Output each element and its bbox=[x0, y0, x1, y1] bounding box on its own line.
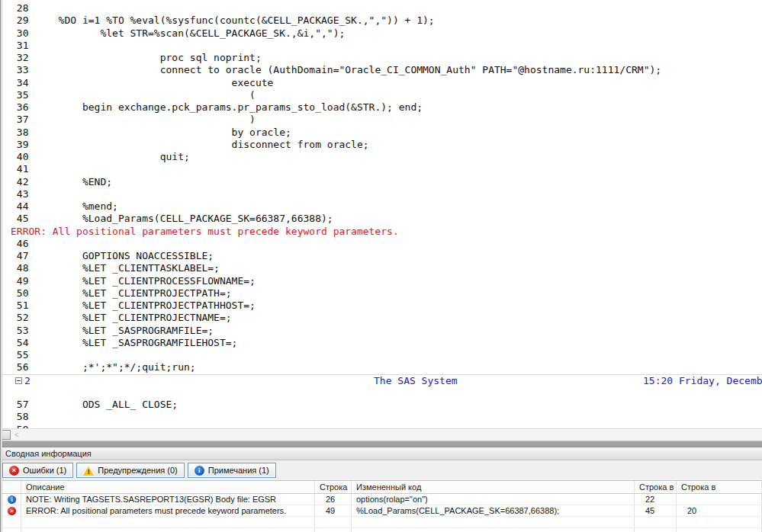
table-cell: 26 bbox=[315, 494, 352, 505]
table-cell-empty bbox=[635, 517, 677, 527]
log-viewer[interactable]: 28 29 %DO i=1 %TO %eval(%sysfunc(countc(… bbox=[0, 0, 762, 428]
summary-tab-info[interactable]: iПримечания (1) bbox=[188, 463, 276, 478]
info-icon: i bbox=[195, 466, 204, 476]
grid-header-cell[interactable]: Строка bbox=[315, 481, 352, 493]
error-icon: × bbox=[7, 506, 15, 514]
summary-tabs: ×Ошибки (1)Предупреждения (0)iПримечания… bbox=[0, 460, 762, 480]
log-line: 53 %LET _SASPROGRAMFILE=; bbox=[0, 325, 762, 337]
log-line: 55 bbox=[0, 349, 762, 361]
table-cell: 45 bbox=[635, 505, 677, 516]
info-icon: i bbox=[7, 495, 15, 503]
log-line: 36 begin exchange.pck_params.pr_params_s… bbox=[0, 101, 762, 114]
log-line: 46 bbox=[0, 238, 762, 250]
log-line: 58 bbox=[0, 411, 762, 423]
log-line: 37 ) bbox=[0, 114, 762, 126]
table-row-empty bbox=[2, 517, 762, 528]
log-line: 49 %LET _CLIENTPROCESSFLOWNAME=; bbox=[0, 275, 762, 287]
log-line: 51 %LET _CLIENTPROJECTPATHHOST=; bbox=[0, 300, 762, 312]
summary-tab-label: Предупреждения (0) bbox=[98, 466, 177, 475]
log-line: 47 GOPTIONS NOACCESSIBLE; bbox=[0, 250, 762, 262]
log-line: 45 %Load_Params(CELL_PACKAGE_SK=66387,66… bbox=[0, 213, 762, 225]
log-line: 31 bbox=[0, 40, 762, 52]
log-line: 57 ODS _ALL_ CLOSE; bbox=[0, 399, 762, 411]
log-line: 42 %END; bbox=[0, 176, 762, 188]
scrollbar-thumb[interactable] bbox=[2, 430, 11, 440]
log-line: 39 disconnect from oracle; bbox=[0, 139, 762, 151]
table-cell bbox=[677, 494, 762, 505]
summary-tab-warning[interactable]: Предупреждения (0) bbox=[76, 463, 184, 478]
scroll-left-icon[interactable]: < bbox=[14, 429, 19, 441]
table-cell: 20 bbox=[677, 505, 762, 516]
left-pane-border bbox=[0, 0, 2, 532]
minus-icon bbox=[17, 380, 21, 381]
grid-header-cell[interactable]: Строка в bbox=[677, 481, 762, 493]
collapse-section-toggle[interactable] bbox=[15, 377, 22, 384]
page-title: The SAS System bbox=[374, 375, 458, 387]
log-line bbox=[0, 386, 762, 399]
table-cell-empty bbox=[677, 517, 762, 527]
log-line: 28 bbox=[0, 2, 762, 14]
table-cell-empty bbox=[352, 517, 635, 527]
grid-header-cell[interactable]: Измененный код bbox=[352, 481, 635, 493]
warning-icon bbox=[83, 466, 94, 476]
log-line: 32 proc sql noprint; bbox=[0, 52, 762, 64]
table-cell: NOTE: Writing TAGSETS.SASREPORT13(EGSR) … bbox=[21, 494, 315, 505]
table-cell-empty bbox=[315, 517, 352, 527]
table-cell-empty bbox=[21, 517, 315, 527]
log-error-line: ERROR: All positional parameters must pr… bbox=[0, 226, 762, 238]
log-line: 38 by oracle; bbox=[0, 127, 762, 139]
error-icon: × bbox=[9, 466, 19, 476]
table-cell-empty bbox=[21, 528, 315, 532]
log-line: 43 bbox=[0, 188, 762, 200]
summary-tab-error[interactable]: ×Ошибки (1) bbox=[2, 463, 73, 478]
log-page-break: 2The SAS System15:20 Friday, December bbox=[0, 374, 762, 386]
table-cell-empty bbox=[315, 528, 352, 532]
page-timestamp: 15:20 Friday, December bbox=[643, 375, 762, 387]
log-line: 30 %let STR=%scan(&CELL_PACKAGE_SK.,&i,"… bbox=[0, 27, 762, 40]
table-cell: options(rolap="on") bbox=[352, 494, 635, 505]
table-cell: %Load_Params(CELL_PACKAGE_SK=66387,66388… bbox=[352, 505, 635, 516]
horizontal-scrollbar[interactable]: < bbox=[0, 428, 762, 441]
grid-header-cell[interactable]: Описание bbox=[21, 481, 315, 493]
summary-panel: Сводная информация ×Ошибки (1)Предупрежд… bbox=[0, 447, 762, 532]
row-status-cell: i bbox=[2, 494, 21, 505]
log-lines: 28 29 %DO i=1 %TO %eval(%sysfunc(countc(… bbox=[0, 0, 762, 428]
summary-panel-title: Сводная информация bbox=[0, 447, 762, 460]
log-line: 56 ;*';*";*/;quit;run; bbox=[0, 361, 762, 373]
log-line: 44 %mend; bbox=[0, 200, 762, 213]
log-line: 50 %LET _CLIENTPROJECTPATH=; bbox=[0, 287, 762, 300]
table-row[interactable]: iNOTE: Writing TAGSETS.SASREPORT13(EGSR)… bbox=[2, 494, 762, 505]
log-line: 48 %LET _CLIENTTASKLABEL=; bbox=[0, 262, 762, 274]
table-cell-empty bbox=[635, 528, 677, 532]
log-line: 33 connect to oracle (AuthDomain="Oracle… bbox=[0, 64, 762, 76]
table-cell: ERROR: All positional parameters must pr… bbox=[21, 505, 315, 516]
pane-splitter[interactable] bbox=[0, 441, 762, 447]
log-line: 34 execute bbox=[0, 77, 762, 89]
summary-tab-label: Ошибки (1) bbox=[23, 466, 66, 475]
log-line: 40 quit; bbox=[0, 151, 762, 163]
row-status-cell: × bbox=[2, 505, 21, 516]
log-line: 52 %LET _CLIENTPROJECTNAME=; bbox=[0, 312, 762, 324]
log-line: 29 %DO i=1 %TO %eval(%sysfunc(countc(&CE… bbox=[0, 14, 762, 27]
table-cell-empty bbox=[677, 528, 762, 532]
summary-tab-label: Примечания (1) bbox=[208, 466, 269, 475]
grid-header-cell[interactable]: Строка в ... bbox=[635, 481, 677, 493]
log-line: 35 ( bbox=[0, 89, 762, 101]
table-row-empty bbox=[2, 528, 762, 532]
table-cell-empty bbox=[352, 528, 635, 532]
table-cell: 22 bbox=[635, 494, 677, 505]
table-cell: 49 bbox=[315, 505, 352, 516]
table-row[interactable]: ×ERROR: All positional parameters must p… bbox=[2, 505, 762, 517]
table-cell-empty bbox=[2, 528, 21, 532]
grid-header-row: ОписаниеСтрокаИзмененный кодСтрока в ...… bbox=[2, 481, 762, 494]
summary-grid: ОписаниеСтрокаИзмененный кодСтрока в ...… bbox=[2, 480, 762, 532]
log-line: 54 %LET _SASPROGRAMFILEHOST=; bbox=[0, 337, 762, 349]
grid-header-cell[interactable] bbox=[2, 481, 21, 493]
log-line: 41 bbox=[0, 163, 762, 175]
table-cell-empty bbox=[2, 517, 21, 527]
page-number: 2 bbox=[24, 375, 31, 387]
